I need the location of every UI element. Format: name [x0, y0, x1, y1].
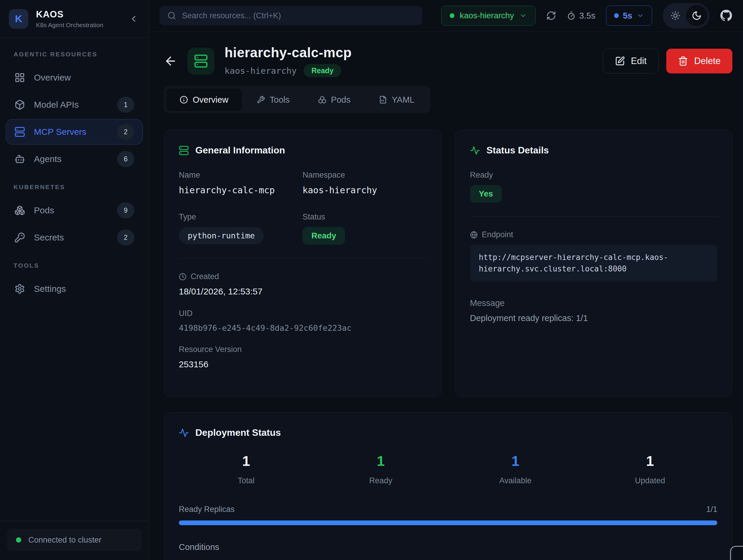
chevron-down-icon	[637, 12, 644, 19]
dark-theme-button[interactable]	[686, 5, 707, 26]
arrow-left-icon	[164, 54, 177, 68]
cluster-connection-status: Connected to cluster	[7, 529, 142, 551]
stat-updated: 1 Updated	[583, 453, 717, 485]
page-title: hierarchy-calc-mcp	[225, 45, 352, 60]
delete-button[interactable]: Delete	[666, 49, 732, 74]
field-message: Message Deployment ready replicas: 1/1	[470, 298, 717, 323]
tab-pods[interactable]: Pods	[305, 88, 364, 111]
tab-yaml[interactable]: YAML	[365, 88, 428, 111]
tab-label: Pods	[331, 95, 351, 105]
general-information-card: General Information Name hierarchy-calc-…	[164, 130, 441, 397]
sidebar-item-agents[interactable]: Agents 6	[6, 146, 143, 172]
search-input[interactable]	[182, 11, 414, 20]
refresh-interval-selector[interactable]: 5s	[606, 6, 652, 26]
sidebar-section-kubernetes: KUBERNETES Pods 9 Secrets 2	[0, 183, 149, 250]
count-badge: 6	[117, 151, 134, 167]
latency-value: 3.5s	[579, 11, 596, 20]
field-resource-version: Resource Version 253156	[179, 345, 426, 370]
resource-type-icon	[187, 47, 215, 75]
sidebar-footer: Connected to cluster	[0, 521, 149, 560]
section-label: AGENTIC RESOURCES	[0, 51, 149, 58]
field-status: Status Ready	[302, 212, 426, 245]
sidebar-item-overview[interactable]: Overview	[6, 65, 143, 90]
edit-button-label: Edit	[631, 56, 647, 67]
back-button[interactable]	[164, 54, 177, 68]
field-label: Endpoint	[470, 230, 717, 239]
ready-replicas-row: Ready Replicas 1/1	[179, 505, 717, 514]
boxes-icon	[318, 96, 326, 104]
status-details-card: Status Details Ready Yes Endpoint http:/…	[455, 130, 733, 397]
activity-icon	[470, 145, 480, 156]
field-type: Type python-runtime	[179, 212, 302, 245]
cube-icon	[14, 99, 25, 110]
divider	[470, 216, 717, 217]
field-value: kaos-hierarchy	[302, 185, 426, 195]
sidebar-item-secrets[interactable]: Secrets 2	[6, 225, 143, 250]
sidebar-item-model-apis[interactable]: Model APIs 1	[6, 92, 143, 118]
resource-subtitle: kaos-hierarchy Ready	[225, 64, 352, 77]
conditions-heading: Conditions	[179, 542, 717, 552]
light-theme-button[interactable]	[665, 5, 686, 26]
field-label: Ready	[470, 171, 717, 180]
scrollbar-track[interactable]	[742, 32, 742, 560]
header-actions: Edit Delete	[603, 49, 732, 74]
refresh-button[interactable]	[546, 11, 556, 20]
stat-value: 1	[583, 453, 717, 469]
logo-letter: K	[15, 13, 23, 25]
field-label: Created	[179, 272, 426, 281]
endpoint-value: http://mcpserver-hierarchy-calc-mcp.kaos…	[470, 245, 717, 282]
ready-replicas-value: 1/1	[706, 505, 717, 514]
stat-value: 1	[313, 453, 448, 469]
status-dot-icon	[16, 537, 21, 543]
clock-icon	[179, 273, 186, 281]
ready-replicas-label: Ready Replicas	[179, 505, 234, 514]
sidebar-nav: AGENTIC RESOURCES Overview Model APIs 1 …	[0, 38, 149, 521]
file-code-icon	[379, 96, 387, 104]
sidebar-item-mcp-servers[interactable]: MCP Servers 2	[6, 119, 143, 144]
sidebar-item-settings[interactable]: Settings	[6, 276, 143, 302]
tab-tools[interactable]: Tools	[243, 88, 303, 111]
chevron-down-icon	[519, 12, 527, 19]
tab-label: YAML	[392, 95, 414, 105]
globe-icon	[470, 231, 478, 239]
timer-icon	[567, 11, 576, 20]
card-title: Status Details	[487, 145, 549, 156]
wrench-icon	[257, 96, 265, 104]
edit-button[interactable]: Edit	[603, 49, 659, 74]
stat-label: Total	[179, 476, 313, 485]
tab-overview[interactable]: Overview	[166, 88, 242, 111]
server-icon	[179, 145, 189, 156]
chevron-left-icon	[129, 14, 139, 24]
boxes-icon	[14, 205, 25, 216]
corner-widget[interactable]	[730, 546, 743, 560]
replicas-progress-fill	[179, 520, 717, 525]
field-label: Resource Version	[179, 345, 426, 354]
sidebar-item-pods[interactable]: Pods 9	[6, 198, 143, 223]
card-title: Deployment Status	[195, 427, 281, 438]
moon-icon	[692, 11, 702, 20]
field-ready: Ready Yes	[470, 171, 717, 203]
tab-label: Overview	[193, 95, 228, 105]
count-badge: 1	[117, 97, 134, 113]
sidebar-collapse-button[interactable]	[129, 14, 139, 24]
field-name: Name hierarchy-calc-mcp	[179, 171, 302, 195]
deployment-status-card: Deployment Status 1 Total 1 Ready 1 Avai…	[164, 412, 732, 560]
page-content: hierarchy-calc-mcp kaos-hierarchy Ready …	[149, 32, 743, 560]
field-value: hierarchy-calc-mcp	[179, 185, 302, 195]
github-link[interactable]	[720, 9, 732, 22]
field-created: Created 18/01/2026, 12:53:57	[179, 272, 426, 297]
namespace-selector[interactable]: kaos-hierarchy	[441, 6, 535, 26]
count-badge: 2	[117, 229, 134, 246]
info-icon	[180, 96, 188, 104]
field-value: 18/01/2026, 12:53:57	[179, 287, 426, 297]
search-bar	[160, 6, 422, 26]
github-icon	[720, 9, 732, 22]
sidebar-item-label: Agents	[34, 154, 61, 164]
card-header: General Information	[179, 145, 426, 156]
theme-toggle	[663, 3, 709, 28]
count-badge: 2	[117, 124, 134, 140]
stat-available: 1 Available	[448, 453, 583, 485]
stat-total: 1 Total	[179, 453, 313, 485]
resource-title-block: hierarchy-calc-mcp kaos-hierarchy Ready	[225, 45, 352, 77]
sidebar-item-label: Overview	[34, 73, 71, 83]
